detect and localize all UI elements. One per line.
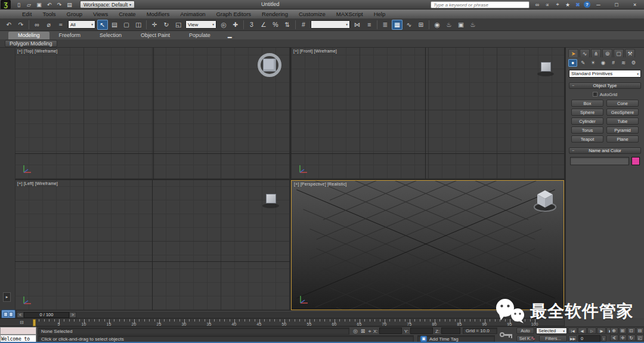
geosphere-button[interactable]: GeoSphere — [606, 109, 639, 116]
cylinder-button[interactable]: Cylinder — [571, 118, 603, 125]
viewport-top[interactable]: [+] [Top] [Wireframe] — [15, 48, 290, 179]
systems-category[interactable]: ⚙ — [629, 59, 638, 67]
zoom-icon[interactable]: ⊕ — [610, 327, 618, 334]
select-and-rotate-icon[interactable]: ↻ — [161, 20, 172, 30]
undo-icon[interactable]: ↶ — [45, 1, 54, 8]
exchange-apps-icon[interactable]: ✖ — [574, 1, 582, 8]
material-editor-icon[interactable]: ◉ — [432, 20, 442, 30]
cameras-category[interactable]: ◉ — [599, 59, 608, 67]
pan-icon[interactable]: ✛ — [619, 335, 627, 341]
zoom-extents-icon[interactable]: ⊡ — [627, 327, 636, 334]
redo-icon[interactable]: ↷ — [16, 20, 26, 30]
menu-maxscript[interactable]: MAXScript — [331, 11, 369, 17]
new-scene-icon[interactable]: ▯ — [14, 1, 23, 8]
open-file-icon[interactable]: ▱ — [24, 1, 33, 8]
viewport-front[interactable]: [+] [Front] [Wireframe] — [291, 48, 564, 179]
render-production-icon[interactable]: ♨ — [467, 20, 478, 30]
viewport-top-label[interactable]: [+] [Top] [Wireframe] — [17, 49, 57, 53]
favorites-icon[interactable]: ★ — [564, 1, 572, 8]
space-warps-category[interactable]: ≋ — [619, 59, 628, 67]
minimize-button[interactable]: ─ — [592, 2, 605, 8]
zoom-all-icon[interactable]: ⊞ — [619, 327, 627, 334]
primitives-dropdown[interactable]: Standard Primitives ▾ — [569, 70, 641, 78]
viewport-left-label[interactable]: [+] [Left] [Wireframe] — [17, 181, 58, 186]
time-slider-handle[interactable]: 0 / 100 — [24, 312, 69, 318]
select-and-scale-icon[interactable]: ◱ — [173, 20, 184, 30]
polygon-modeling-button[interactable]: Polygon Modeling — [5, 40, 57, 47]
viewcube-icon[interactable] — [531, 188, 559, 213]
next-frame-button[interactable]: |▶ — [597, 327, 606, 334]
window-crossing-icon[interactable]: ◫ — [133, 20, 144, 30]
manage-layers-icon[interactable]: ≣ — [380, 20, 391, 30]
create-tab[interactable]: ➤ — [568, 49, 578, 57]
schematic-view-icon[interactable]: ⊞ — [416, 20, 426, 30]
use-pivot-point-center-icon[interactable]: ◎ — [218, 20, 229, 30]
key-filters-button[interactable]: Filters... — [539, 335, 567, 342]
display-tab[interactable]: ▢ — [614, 49, 624, 57]
time-slider-track[interactable]: < 0 / 100 > — [17, 311, 564, 318]
unlink-selection-icon[interactable]: ⌀ — [44, 20, 54, 30]
angle-snap-toggle-icon[interactable]: ∠ — [258, 20, 269, 30]
orbit-icon[interactable]: ↻ — [627, 335, 636, 341]
macro-recorder-line[interactable] — [0, 327, 36, 335]
menu-create[interactable]: Create — [113, 11, 141, 17]
z-coordinate-field[interactable] — [441, 327, 460, 334]
select-and-move-icon[interactable]: ✛ — [149, 20, 160, 30]
communication-center-icon[interactable]: ⌖ — [553, 1, 562, 8]
sign-in-icon[interactable]: ∝ — [543, 1, 552, 8]
close-button[interactable]: × — [628, 2, 642, 8]
search-icon[interactable]: ∞ — [533, 1, 541, 8]
go-to-start-button[interactable]: |◀ — [568, 327, 577, 334]
tab-freeform[interactable]: Freeform — [49, 32, 91, 39]
default-tangents-icon[interactable]: ∿ — [531, 335, 535, 341]
ribbon-config-button[interactable]: ▬▾ — [225, 34, 238, 39]
frame-spinner[interactable]: ↕ — [601, 335, 606, 342]
toggle-scene-explorer-icon[interactable]: ▦ — [392, 20, 402, 30]
app-logo-icon[interactable]: Ʒ — [1, 0, 11, 9]
align-icon[interactable]: ≡ — [364, 20, 374, 30]
utilities-tab[interactable]: ⚒ — [625, 49, 635, 57]
selection-filter-dropdown[interactable]: All▾ — [68, 20, 95, 29]
object-color-swatch[interactable] — [631, 157, 640, 165]
workspace-dropdown[interactable]: Workspace: Default ▾ — [80, 1, 135, 8]
expand-panel-button[interactable]: ▸ — [3, 292, 11, 302]
torus-button[interactable]: Torus — [571, 126, 603, 134]
tab-selection[interactable]: Selection — [90, 32, 131, 39]
viewcube-top-face[interactable] — [263, 58, 276, 72]
pyramid-button[interactable]: Pyramid — [606, 126, 639, 134]
previous-frame-button[interactable]: ◀| — [578, 327, 587, 334]
menu-views[interactable]: Views — [88, 11, 113, 17]
menu-tools[interactable]: Tools — [37, 11, 61, 17]
select-and-link-icon[interactable]: ∞ — [32, 20, 42, 30]
viewport-perspective[interactable]: [+] [Perspective] [Realistic] — [291, 180, 564, 310]
name-color-rollout-header[interactable]: − Name and Color — [569, 147, 641, 154]
spinner-snap-toggle-icon[interactable]: ⇅ — [282, 20, 293, 30]
plane-button[interactable]: Plane — [606, 135, 639, 143]
menu-graph-editors[interactable]: Graph Editors — [210, 11, 256, 17]
select-by-name-icon[interactable]: ▤ — [109, 20, 120, 30]
field-of-view-icon[interactable]: ∢ — [610, 335, 618, 341]
reference-coordinate-system-dropdown[interactable]: View▾ — [185, 20, 216, 29]
menu-help[interactable]: Help — [369, 11, 391, 17]
menu-customize[interactable]: Customize — [293, 11, 331, 17]
key-mode-toggle[interactable]: ▶▶ — [568, 335, 577, 342]
play-button[interactable]: ▷ — [587, 327, 596, 334]
previous-frame-arrow[interactable]: < — [17, 312, 24, 318]
selection-set-dropdown[interactable]: Selected ▾ — [536, 327, 567, 334]
tube-button[interactable]: Tube — [606, 118, 639, 125]
current-frame-field[interactable]: 0 — [578, 335, 600, 342]
undo-icon[interactable]: ↶ — [4, 20, 14, 30]
track-bar[interactable]: ⊟ 51015202530354045505560657075808590951… — [0, 318, 564, 326]
snaps-toggle-icon[interactable]: 3 — [246, 20, 257, 30]
maximize-viewport-icon[interactable]: ◰ — [636, 335, 644, 341]
menu-modifiers[interactable]: Modifiers — [141, 11, 175, 17]
viewport-front-label[interactable]: [+] [Front] [Wireframe] — [293, 49, 337, 53]
sphere-button[interactable]: Sphere — [571, 109, 603, 116]
curve-editor-icon[interactable]: ∿ — [404, 20, 414, 30]
zoom-extents-all-icon[interactable]: ⊟ — [636, 327, 644, 334]
edit-named-selection-sets-icon[interactable]: # — [298, 20, 309, 30]
teapot-button[interactable]: Teapot — [571, 135, 603, 143]
viewport-perspective-label[interactable]: [+] [Perspective] [Realistic] — [294, 182, 346, 186]
x-coordinate-field[interactable] — [379, 327, 402, 334]
rendered-frame-window-icon[interactable]: ▣ — [456, 20, 466, 30]
